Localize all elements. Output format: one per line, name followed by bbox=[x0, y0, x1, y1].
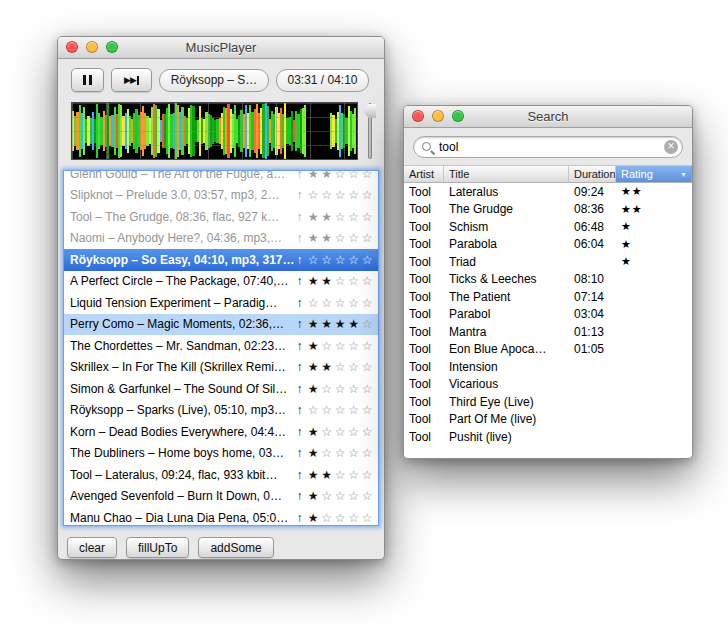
waveform-display[interactable] bbox=[71, 102, 358, 160]
star-filled-icon[interactable]: ★ bbox=[307, 446, 321, 460]
star-filled-icon[interactable]: ★ bbox=[307, 274, 321, 288]
star-filled-icon[interactable]: ★ bbox=[347, 317, 361, 331]
column-header-title[interactable]: Title bbox=[444, 166, 569, 182]
star-empty-icon[interactable]: ☆ bbox=[334, 446, 348, 460]
star-filled-icon[interactable]: ★ bbox=[307, 170, 321, 181]
promote-up-icon[interactable]: ↑ bbox=[297, 188, 303, 202]
playlist-row[interactable]: Liquid Tension Experiment – Paradig…↑☆☆☆… bbox=[64, 292, 378, 314]
star-filled-icon[interactable]: ★ bbox=[307, 511, 321, 525]
star-empty-icon[interactable]: ☆ bbox=[361, 382, 375, 396]
star-empty-icon[interactable]: ☆ bbox=[347, 360, 361, 374]
playlist-row[interactable]: Tool – The Grudge, 08:36, flac, 927 k…↑★… bbox=[64, 206, 378, 228]
search-result-row[interactable]: ToolThe Grudge08:36★★ bbox=[404, 201, 692, 219]
minimize-button[interactable] bbox=[86, 41, 98, 53]
star-empty-icon[interactable]: ☆ bbox=[347, 210, 361, 224]
star-empty-icon[interactable]: ☆ bbox=[334, 274, 348, 288]
star-empty-icon[interactable]: ☆ bbox=[334, 360, 348, 374]
star-filled-icon[interactable]: ★ bbox=[307, 231, 321, 245]
star-empty-icon[interactable]: ☆ bbox=[334, 296, 348, 310]
column-header-artist[interactable]: Artist bbox=[404, 166, 444, 182]
star-empty-icon[interactable]: ☆ bbox=[361, 511, 375, 525]
search-result-row[interactable]: ToolSchism06:48★ bbox=[404, 218, 692, 236]
search-result-row[interactable]: ToolThird Eye (Live) bbox=[404, 393, 692, 411]
star-filled-icon[interactable]: ★ bbox=[320, 274, 334, 288]
playlist-row[interactable]: Röyksopp – So Easy, 04:10, mp3, 317…↑☆☆☆… bbox=[64, 249, 378, 271]
star-filled-icon[interactable]: ★ bbox=[334, 317, 348, 331]
star-filled-icon[interactable]: ★ bbox=[307, 425, 321, 439]
star-empty-icon[interactable]: ☆ bbox=[320, 253, 334, 267]
star-empty-icon[interactable]: ☆ bbox=[334, 468, 348, 482]
promote-up-icon[interactable]: ↑ bbox=[297, 231, 303, 245]
promote-up-icon[interactable]: ↑ bbox=[297, 253, 303, 267]
star-filled-icon[interactable]: ★ bbox=[320, 468, 334, 482]
star-filled-icon[interactable]: ★ bbox=[320, 360, 334, 374]
star-empty-icon[interactable]: ☆ bbox=[320, 511, 334, 525]
star-empty-icon[interactable]: ☆ bbox=[361, 210, 375, 224]
search-result-row[interactable]: ToolMantra01:13 bbox=[404, 323, 692, 341]
star-empty-icon[interactable]: ☆ bbox=[361, 274, 375, 288]
star-empty-icon[interactable]: ☆ bbox=[347, 446, 361, 460]
playlist[interactable]: Glenn Gould – The Art of the Fugue, a…↑★… bbox=[63, 170, 379, 526]
star-empty-icon[interactable]: ☆ bbox=[347, 403, 361, 417]
star-empty-icon[interactable]: ☆ bbox=[334, 382, 348, 396]
star-empty-icon[interactable]: ☆ bbox=[347, 170, 361, 181]
playlist-row[interactable]: Röyksopp – Sparks (Live), 05:10, mp3…↑☆☆… bbox=[64, 400, 378, 422]
promote-up-icon[interactable]: ↑ bbox=[297, 511, 303, 525]
star-empty-icon[interactable]: ☆ bbox=[347, 188, 361, 202]
star-empty-icon[interactable]: ☆ bbox=[361, 339, 375, 353]
star-empty-icon[interactable]: ☆ bbox=[361, 425, 375, 439]
search-result-row[interactable]: ToolPart Of Me (live) bbox=[404, 411, 692, 429]
search-result-row[interactable]: ToolTriad★ bbox=[404, 253, 692, 271]
star-empty-icon[interactable]: ☆ bbox=[307, 403, 321, 417]
playlist-row[interactable]: The Chordettes – Mr. Sandman, 02:23…↑★☆☆… bbox=[64, 335, 378, 357]
star-empty-icon[interactable]: ☆ bbox=[361, 489, 375, 503]
star-empty-icon[interactable]: ☆ bbox=[347, 468, 361, 482]
star-filled-icon[interactable]: ★ bbox=[307, 317, 321, 331]
search-input[interactable]: tool × bbox=[413, 136, 683, 158]
volume-slider-thumb[interactable] bbox=[363, 104, 376, 118]
star-empty-icon[interactable]: ☆ bbox=[334, 253, 348, 267]
playlist-row[interactable]: Simon & Garfunkel – The Sound Of Sil…↑★☆… bbox=[64, 378, 378, 400]
star-empty-icon[interactable]: ☆ bbox=[334, 489, 348, 503]
playlist-row[interactable]: Avenged Sevenfold – Burn It Down, 0…↑★☆☆… bbox=[64, 486, 378, 508]
star-empty-icon[interactable]: ☆ bbox=[361, 188, 375, 202]
promote-up-icon[interactable]: ↑ bbox=[297, 425, 303, 439]
search-result-row[interactable]: ToolIntension bbox=[404, 358, 692, 376]
star-filled-icon[interactable]: ★ bbox=[320, 317, 334, 331]
search-result-row[interactable]: ToolParabola06:04★ bbox=[404, 236, 692, 254]
star-filled-icon[interactable]: ★ bbox=[320, 210, 334, 224]
star-empty-icon[interactable]: ☆ bbox=[334, 231, 348, 245]
star-empty-icon[interactable]: ☆ bbox=[320, 339, 334, 353]
close-button[interactable] bbox=[66, 41, 78, 53]
clear-search-button[interactable]: × bbox=[664, 140, 678, 154]
promote-up-icon[interactable]: ↑ bbox=[297, 360, 303, 374]
star-empty-icon[interactable]: ☆ bbox=[334, 170, 348, 181]
star-empty-icon[interactable]: ☆ bbox=[334, 339, 348, 353]
star-empty-icon[interactable]: ☆ bbox=[334, 210, 348, 224]
zoom-button[interactable] bbox=[106, 41, 118, 53]
search-result-row[interactable]: ToolLateralus09:24★★ bbox=[404, 183, 692, 201]
promote-up-icon[interactable]: ↑ bbox=[297, 489, 303, 503]
promote-up-icon[interactable]: ↑ bbox=[297, 468, 303, 482]
star-empty-icon[interactable]: ☆ bbox=[347, 253, 361, 267]
playlist-row[interactable]: Naomi – Anybody Here?, 04:36, mp3,…↑★★☆☆… bbox=[64, 228, 378, 250]
star-empty-icon[interactable]: ☆ bbox=[361, 468, 375, 482]
star-empty-icon[interactable]: ☆ bbox=[361, 446, 375, 460]
star-empty-icon[interactable]: ☆ bbox=[347, 382, 361, 396]
search-result-row[interactable]: ToolTicks & Leeches08:10 bbox=[404, 271, 692, 289]
star-empty-icon[interactable]: ☆ bbox=[347, 425, 361, 439]
search-result-row[interactable]: ToolEon Blue Apoca…01:05 bbox=[404, 341, 692, 359]
star-empty-icon[interactable]: ☆ bbox=[307, 253, 321, 267]
star-empty-icon[interactable]: ☆ bbox=[307, 296, 321, 310]
promote-up-icon[interactable]: ↑ bbox=[297, 382, 303, 396]
star-filled-icon[interactable]: ★ bbox=[307, 339, 321, 353]
fillupto-button[interactable]: fillUpTo bbox=[126, 537, 189, 558]
star-filled-icon[interactable]: ★ bbox=[307, 210, 321, 224]
promote-up-icon[interactable]: ↑ bbox=[297, 339, 303, 353]
star-empty-icon[interactable]: ☆ bbox=[307, 188, 321, 202]
playlist-row[interactable]: Manu Chao – Dia Luna Dia Pena, 05:0…↑★☆☆… bbox=[64, 507, 378, 526]
star-empty-icon[interactable]: ☆ bbox=[347, 231, 361, 245]
star-empty-icon[interactable]: ☆ bbox=[347, 296, 361, 310]
search-result-row[interactable]: ToolParabol03:04 bbox=[404, 306, 692, 324]
playlist-row[interactable]: Korn – Dead Bodies Everywhere, 04:4…↑★☆☆… bbox=[64, 421, 378, 443]
